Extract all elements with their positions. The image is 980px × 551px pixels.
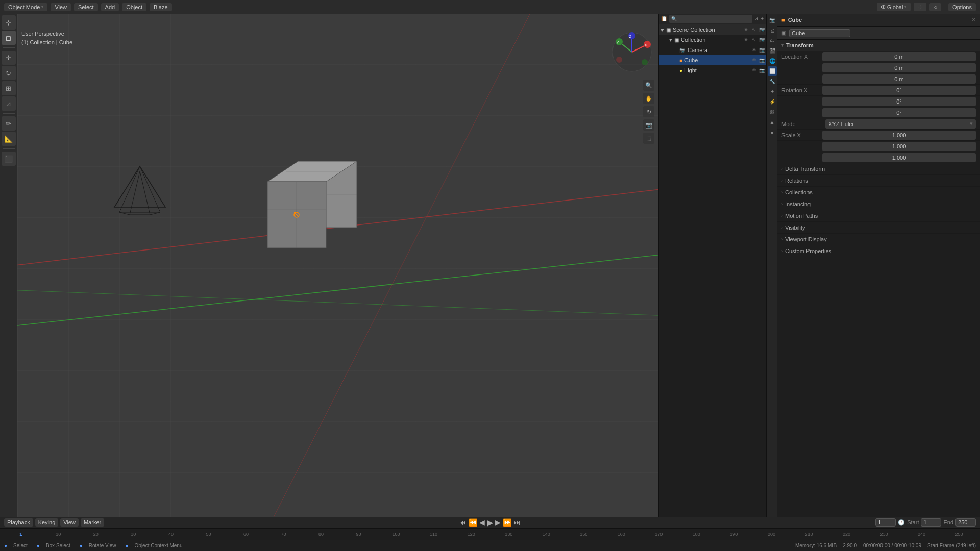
prev-frame-btn[interactable]: ◀ [479,518,485,527]
cube-eye[interactable]: 👁 [750,57,757,64]
scene-col-eye[interactable]: 👁 [742,26,749,33]
tool-transform[interactable]: ⊿ [2,96,16,111]
frame-170[interactable]: 170 [640,532,678,537]
props-modifiers[interactable]: 🔧 [768,77,777,86]
frame-90[interactable]: 90 [340,532,378,537]
timeline-marker-label[interactable]: Marker [81,518,104,527]
delta-transform-header[interactable]: › Delta Transform [777,163,980,174]
tool-select[interactable]: ◻ [2,31,16,45]
jump-start-btn[interactable]: ⏮ [459,518,467,527]
frame-80[interactable]: 80 [302,532,340,537]
timeline-view-label[interactable]: View [60,518,79,527]
outliner-cube[interactable]: ▾ ■ Cube 👁 📷 [659,55,766,65]
location-z-field[interactable]: 0 m [822,74,976,84]
cube-render[interactable]: 📷 [758,57,766,64]
frame-200[interactable]: 200 [753,532,791,537]
outliner-search[interactable]: 🔍 [669,15,752,23]
frame-240[interactable]: 240 [903,532,941,537]
viewport-render-mode[interactable]: ⬚ [643,133,654,144]
viewport-zoom-in[interactable]: 🔍 [643,80,654,91]
tool-annotate[interactable]: ✏ [2,116,16,131]
location-y-field[interactable]: 0 m [822,63,976,72]
viewport-pan[interactable]: ✋ [643,93,654,104]
keying-label[interactable]: Keying [35,518,59,527]
frame-250[interactable]: 250 [940,532,978,537]
current-frame-input[interactable] [875,518,896,527]
frame-190[interactable]: 190 [715,532,753,537]
frame-120[interactable]: 120 [452,532,490,537]
props-material[interactable]: ● [768,128,777,137]
props-data[interactable]: ▲ [768,117,777,127]
frame-160[interactable]: 160 [603,532,641,537]
frame-140[interactable]: 140 [527,532,565,537]
tool-measure[interactable]: 📐 [2,132,16,146]
rotation-x-field[interactable]: 0° [822,86,976,95]
viewport-3d[interactable]: User Perspective (1) Collection | Cube X [17,13,658,517]
next-keyframe-btn[interactable]: ⏩ [503,518,511,527]
tool-scale[interactable]: ⊞ [2,81,16,95]
viewport-display-header[interactable]: › Viewport Display [777,234,980,245]
props-constraints[interactable]: ⛓ [768,107,777,116]
scale-z-field[interactable]: 1.000 [822,153,976,162]
viewport-rotate[interactable]: ↻ [643,106,654,117]
motion-paths-header[interactable]: › Motion Paths [777,210,980,221]
rotation-y-field[interactable]: 0° [822,97,976,106]
prev-keyframe-btn[interactable]: ⏪ [469,518,477,527]
collections-header[interactable]: › Collections [777,187,980,198]
custom-properties-header[interactable]: › Custom Properties [777,245,980,257]
frame-1[interactable]: 1 [2,532,40,537]
outliner-new-icon[interactable]: + [761,16,764,21]
props-world[interactable]: 🌐 [768,56,777,65]
outliner-filter-icon[interactable]: ⊿ [754,16,758,21]
frame-20[interactable]: 20 [77,532,115,537]
frame-70[interactable]: 70 [265,532,303,537]
rotation-z-field[interactable]: 0° [822,108,976,117]
location-x-field[interactable]: 0 m [822,52,976,61]
scale-x-field[interactable]: 1.000 [822,131,976,140]
viewport-camera[interactable]: 📷 [643,119,654,131]
light-eye[interactable]: 👁 [750,67,757,74]
scene-col-render[interactable]: 📷 [758,26,766,33]
outliner-camera[interactable]: ▾ 📷 Camera 👁 📷 [659,45,766,55]
frame-50[interactable]: 50 [190,532,228,537]
col-select[interactable]: ↖ [750,36,757,43]
frame-60[interactable]: 60 [227,532,265,537]
frame-130[interactable]: 130 [490,532,528,537]
props-render[interactable]: 📷 [768,15,777,24]
frame-220[interactable]: 220 [828,532,866,537]
frame-30[interactable]: 30 [115,532,153,537]
relations-header[interactable]: › Relations [777,175,980,186]
outliner-scene-collection[interactable]: ▾ ▣ Scene Collection 👁 ↖ 📷 [659,24,766,35]
props-view-layer[interactable]: 🗂 [768,36,777,45]
col-eye[interactable]: 👁 [742,36,749,43]
start-frame-input[interactable] [921,518,941,527]
props-close-btn[interactable]: ✕ [971,16,976,23]
transform-section-header[interactable]: ▾ Transform [777,40,980,51]
tool-add-cube[interactable]: ⬛ [2,152,16,166]
col-render[interactable]: 📷 [758,36,766,43]
instancing-header[interactable]: › Instancing [777,198,980,210]
rotation-mode-select[interactable]: XYZ Euler ▾ [825,119,976,129]
tool-cursor[interactable]: ⊹ [2,15,16,30]
frame-110[interactable]: 110 [415,532,453,537]
playback-label[interactable]: Playback [4,518,33,527]
outliner-collection[interactable]: ▾ ▣ Collection 👁 ↖ 📷 [659,35,766,45]
jump-end-btn[interactable]: ⏭ [513,518,521,527]
cam-eye[interactable]: 👁 [750,46,757,54]
props-output[interactable]: 🖨 [768,26,777,35]
outliner-light[interactable]: ▾ ● Light 👁 📷 [659,65,766,76]
visibility-header[interactable]: › Visibility [777,222,980,233]
tool-move[interactable]: ✛ [2,51,16,65]
cam-render[interactable]: 📷 [758,46,766,54]
props-object[interactable]: ⬜ [768,66,777,76]
scene-col-select[interactable]: ↖ [750,26,757,33]
props-name-input[interactable] [789,29,850,37]
frame-100[interactable]: 100 [377,532,415,537]
next-frame-btn[interactable]: ▶ [495,518,501,527]
nav-gizmo[interactable]: X Y Z [611,32,652,72]
scale-y-field[interactable]: 1.000 [822,142,976,151]
frame-10[interactable]: 10 [40,532,78,537]
frame-40[interactable]: 40 [152,532,190,537]
frame-210[interactable]: 210 [790,532,828,537]
frame-ruler[interactable]: 1 10 20 30 40 50 60 70 80 90 100 110 120… [0,528,980,540]
